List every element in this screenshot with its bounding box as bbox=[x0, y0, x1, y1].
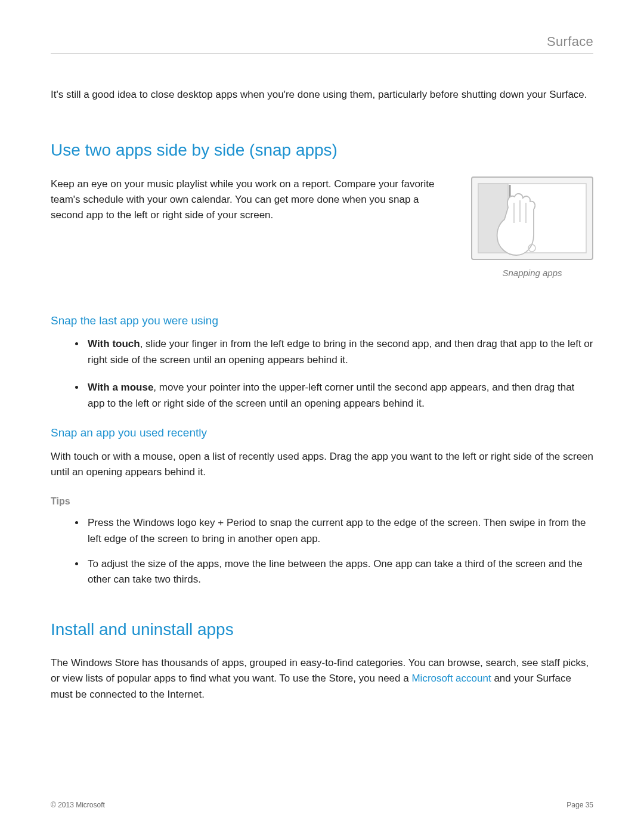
list-item: To adjust the size of the apps, move the… bbox=[85, 556, 593, 588]
heading-snap-apps: Use two apps side by side (snap apps) bbox=[51, 137, 593, 163]
install-paragraph: The Windows Store has thousands of apps,… bbox=[51, 655, 593, 702]
snap-description: Keep an eye on your music playlist while… bbox=[51, 176, 452, 280]
footer-copyright: © 2013 Microsoft bbox=[51, 801, 105, 809]
heading-snap-recent: Snap an app you used recently bbox=[51, 424, 593, 441]
snap-illustration-icon bbox=[471, 176, 593, 260]
list-text-tail: it. bbox=[416, 397, 425, 409]
page-header: Surface bbox=[51, 36, 593, 54]
list-item: Press the Windows logo key + Period to s… bbox=[85, 515, 593, 547]
tips-label: Tips bbox=[51, 494, 593, 509]
list-item: With touch, slide your finger in from th… bbox=[85, 336, 593, 368]
snap-recent-paragraph: With touch or with a mouse, open a list … bbox=[51, 449, 593, 481]
tips-list: Press the Windows logo key + Period to s… bbox=[51, 515, 593, 587]
list-item: With a mouse, move your pointer into the… bbox=[85, 380, 593, 412]
snap-figure: Snapping apps bbox=[471, 176, 593, 280]
bold-label: With touch bbox=[88, 338, 140, 349]
list-text: , slide your finger in from the left edg… bbox=[88, 338, 593, 365]
microsoft-account-link[interactable]: Microsoft account bbox=[411, 673, 491, 684]
bold-label: With a mouse bbox=[88, 382, 153, 393]
footer-page-number: Page 35 bbox=[566, 801, 593, 809]
list-text: , move your pointer into the upper-left … bbox=[88, 382, 574, 409]
heading-snap-last: Snap the last app you were using bbox=[51, 312, 593, 329]
intro-paragraph: It's still a good idea to close desktop … bbox=[51, 87, 593, 103]
install-section: Install and uninstall apps The Windows S… bbox=[51, 617, 593, 702]
heading-install: Install and uninstall apps bbox=[51, 617, 593, 642]
figure-caption: Snapping apps bbox=[471, 266, 593, 280]
snap-row: Keep an eye on your music playlist while… bbox=[51, 176, 593, 280]
snap-last-list: With touch, slide your finger in from th… bbox=[51, 336, 593, 412]
page-footer: © 2013 Microsoft Page 35 bbox=[51, 801, 593, 809]
document-page: Surface It's still a good idea to close … bbox=[0, 0, 644, 833]
header-title: Surface bbox=[547, 34, 593, 49]
page-content: It's still a good idea to close desktop … bbox=[51, 54, 593, 702]
